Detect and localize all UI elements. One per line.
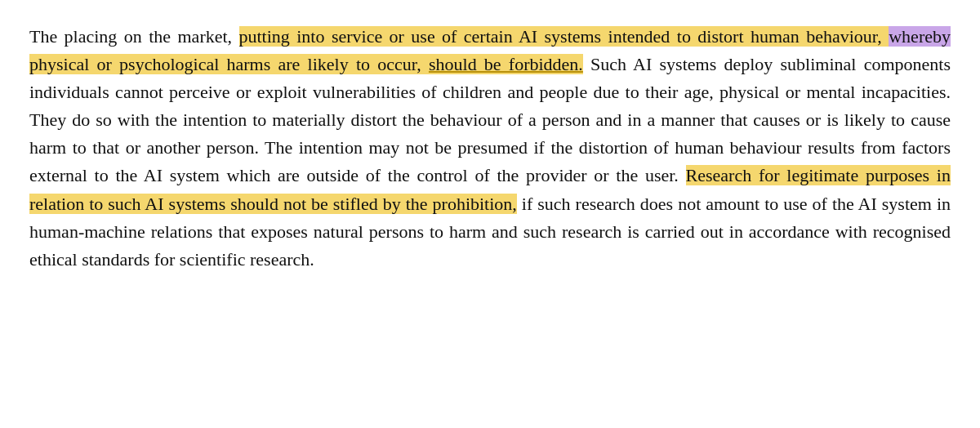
highlight-yellow-segment-2: physical or psychological harms are like…	[29, 54, 429, 74]
main-paragraph: The placing on the market, putting into …	[29, 23, 951, 274]
highlight-should-be-forbidden: should be forbidden.	[429, 54, 583, 74]
highlight-yellow-segment-1: putting into service or use of certain A…	[239, 26, 889, 47]
highlight-purple-whereby: whereby	[889, 26, 951, 47]
text-segment-1: The placing on the market,	[29, 26, 239, 47]
